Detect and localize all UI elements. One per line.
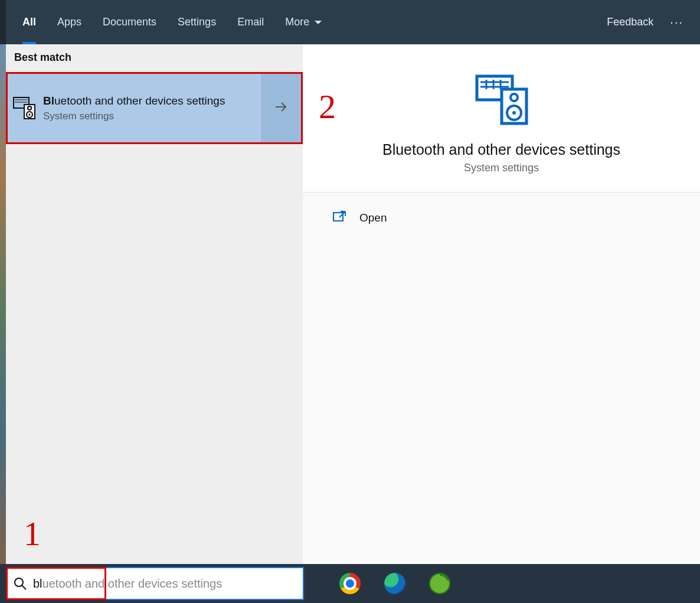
ellipsis-icon: ··· (670, 15, 683, 28)
search-text: bluetooth and other devices settings (33, 577, 222, 591)
result-expand-button[interactable] (260, 74, 301, 142)
tab-settings[interactable]: Settings (178, 0, 216, 44)
taskbar: bluetooth and other devices settings (0, 564, 700, 603)
search-autocomplete: uetooth and other devices settings (42, 577, 223, 590)
tab-all[interactable]: All (22, 0, 36, 44)
search-icon (7, 577, 33, 590)
feedback-label: Feedback (607, 16, 653, 28)
tab-apps[interactable]: Apps (57, 0, 81, 44)
preview-subtitle: System settings (320, 162, 682, 174)
result-title-rest: uetooth and other devices settings (54, 94, 225, 107)
devices-settings-icon (12, 94, 38, 122)
svg-line-19 (22, 585, 26, 589)
results-panel: Best match (6, 44, 303, 564)
preview-card: Bluetooth and other devices settings Sys… (303, 44, 700, 193)
result-subtitle: System settings (43, 110, 257, 122)
search-input[interactable]: bluetooth and other devices settings (6, 567, 304, 600)
tab-email[interactable]: Email (237, 0, 264, 44)
action-label: Open (359, 211, 387, 224)
tab-label: All (22, 16, 36, 28)
preview-title: Bluetooth and other devices settings (320, 141, 682, 158)
taskbar-app-chrome[interactable] (339, 573, 361, 594)
result-title-highlight: Bl (43, 94, 54, 107)
taskbar-app-edge[interactable] (384, 573, 405, 594)
tab-label: Settings (178, 16, 216, 28)
preview-panel: Bluetooth and other devices settings Sys… (303, 44, 700, 564)
chevron-down-icon (314, 16, 322, 28)
result-bluetooth-settings[interactable]: Bluetooth and other devices settings Sys… (6, 72, 303, 144)
svg-point-16 (512, 111, 516, 115)
arrow-right-icon (273, 99, 289, 117)
search-scope-tabs: All Apps Documents Settings Email More F… (6, 0, 700, 44)
svg-point-18 (15, 578, 23, 586)
best-match-header: Best match (6, 44, 303, 70)
devices-settings-large-icon (472, 68, 531, 129)
tab-label: Email (237, 16, 264, 28)
tab-more[interactable]: More (285, 0, 322, 44)
tab-label: Apps (57, 16, 81, 28)
search-typed: bl (33, 577, 42, 590)
feedback-button[interactable]: Feedback (607, 16, 653, 28)
svg-point-6 (29, 114, 31, 116)
tab-documents[interactable]: Documents (103, 0, 156, 44)
open-icon (332, 209, 346, 226)
tab-label: More (285, 16, 309, 28)
desktop-background-strip (0, 44, 6, 564)
taskbar-app-coccoc[interactable] (429, 573, 450, 594)
tab-label: Documents (103, 16, 156, 28)
svg-rect-17 (333, 213, 343, 221)
action-open[interactable]: Open (332, 209, 670, 226)
result-title: Bluetooth and other devices settings (43, 94, 257, 109)
options-button[interactable]: ··· (670, 15, 683, 29)
